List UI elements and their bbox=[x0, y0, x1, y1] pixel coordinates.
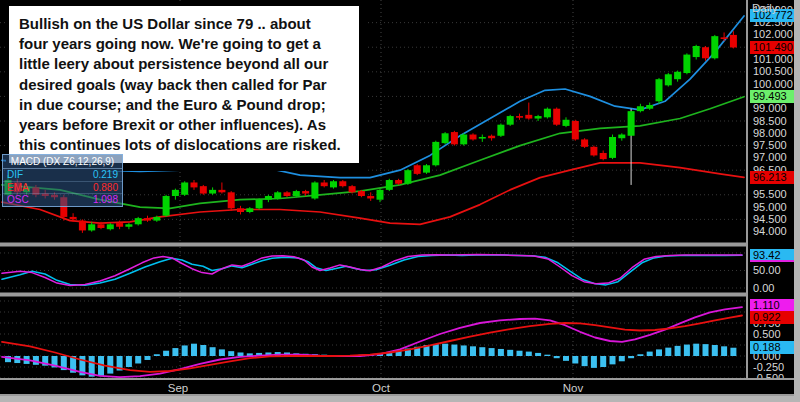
candle bbox=[228, 192, 235, 208]
axis-tick-label: 100.000 bbox=[753, 78, 793, 91]
candle bbox=[488, 136, 495, 138]
axis-tick-label: 97.000 bbox=[753, 151, 787, 164]
macd-histogram-bar bbox=[591, 356, 597, 368]
axis-tick-label: 94.500 bbox=[753, 213, 787, 226]
candle bbox=[172, 190, 179, 196]
axis-tick-label: 94.000 bbox=[753, 225, 787, 238]
candle bbox=[628, 111, 635, 136]
candle bbox=[256, 200, 263, 209]
macd-histogram-bar bbox=[107, 356, 113, 374]
macd-histogram-bar bbox=[572, 356, 578, 363]
candle bbox=[563, 120, 570, 126]
candle bbox=[711, 36, 718, 58]
candle bbox=[79, 221, 86, 231]
candle bbox=[609, 137, 616, 158]
axis-tick-label: 98.500 bbox=[753, 115, 787, 128]
macd-legend[interactable]: MACD (DX Z6,12,26,9) DIF 0.219 EMA 0.880… bbox=[2, 154, 123, 207]
candle bbox=[377, 190, 384, 200]
candle bbox=[470, 135, 477, 140]
macd-histogram-bar bbox=[126, 356, 132, 367]
axis-tick-label: 102.000 bbox=[753, 28, 793, 41]
macd-histogram-bar bbox=[582, 356, 588, 366]
macd-panel[interactable] bbox=[0, 297, 746, 378]
candle bbox=[358, 191, 365, 196]
axis-tick-label: 97.500 bbox=[753, 139, 787, 152]
macd-histogram-bar bbox=[163, 351, 169, 356]
axis-tick-label: 95.000 bbox=[753, 201, 787, 214]
macd-histogram-bar bbox=[535, 353, 541, 356]
candle bbox=[125, 224, 132, 226]
macd-histogram-bar bbox=[628, 356, 634, 358]
candle bbox=[339, 181, 346, 186]
candle bbox=[246, 208, 253, 212]
macd-histogram-bar bbox=[730, 348, 736, 356]
macd-histogram-bar bbox=[228, 351, 234, 356]
month-label: Oct bbox=[372, 382, 390, 394]
axis-tick-label: 101.000 bbox=[753, 53, 793, 66]
macd-histogram-bar bbox=[489, 348, 495, 356]
candle bbox=[702, 47, 709, 58]
month-label: Nov bbox=[563, 382, 583, 394]
window-edge-bottom bbox=[0, 396, 800, 402]
candle bbox=[237, 208, 244, 212]
candle bbox=[581, 139, 588, 146]
macd-histogram-bar bbox=[145, 356, 151, 360]
candle bbox=[683, 55, 690, 73]
candle bbox=[321, 182, 328, 186]
candle bbox=[507, 116, 514, 125]
candle bbox=[535, 116, 542, 118]
candle bbox=[311, 182, 318, 198]
candle bbox=[135, 218, 142, 224]
candle bbox=[665, 74, 672, 85]
candle bbox=[153, 217, 160, 221]
axis-tick-label: 95.500 bbox=[753, 188, 787, 201]
candle bbox=[144, 218, 151, 220]
macd-histogram-bar bbox=[154, 354, 160, 356]
annotation-note[interactable]: Bullish on the US Dollar since 79 .. abo… bbox=[6, 3, 362, 166]
axis-value-badge: 96.213 bbox=[750, 171, 794, 184]
macd-histogram-bar bbox=[526, 352, 532, 356]
candle bbox=[181, 182, 188, 194]
trading-chart-window: 103.000102.500102.000101.000100.500100.0… bbox=[0, 0, 800, 402]
period-label: Daily bbox=[752, 2, 778, 14]
macd-histogram-bar bbox=[721, 346, 727, 356]
candle bbox=[330, 181, 337, 187]
annotation-line: little leery about persistence beyond al… bbox=[19, 54, 349, 74]
macd-histogram-bar bbox=[619, 356, 625, 361]
window-scrollbar-right[interactable] bbox=[794, 0, 800, 402]
candle bbox=[637, 106, 644, 111]
candle bbox=[553, 109, 560, 125]
candle bbox=[646, 105, 653, 109]
candle bbox=[386, 180, 393, 190]
candle bbox=[107, 224, 114, 229]
annotation-line: four years going now. We're going to get… bbox=[19, 34, 349, 54]
candle bbox=[516, 116, 523, 118]
candle bbox=[395, 180, 402, 184]
axis-tick-label: 0.00 bbox=[753, 282, 774, 295]
time-axis[interactable]: SepOctNov bbox=[0, 378, 794, 396]
macd-histogram-bar bbox=[135, 356, 141, 363]
annotation-line: in due course; and the Euro & Pound drop… bbox=[19, 95, 349, 115]
macd-histogram-bar bbox=[656, 349, 662, 356]
macd-histogram-bar bbox=[563, 356, 569, 361]
macd-histogram-bar bbox=[182, 345, 188, 356]
candle bbox=[265, 196, 272, 200]
candle bbox=[572, 121, 579, 139]
axis-tick-label: 100.500 bbox=[753, 65, 793, 78]
candle bbox=[98, 224, 105, 228]
price-axis[interactable]: 103.000102.500102.000101.000100.500100.0… bbox=[746, 0, 794, 378]
candle bbox=[674, 72, 681, 79]
candle bbox=[70, 217, 77, 219]
legend-label: OSC bbox=[7, 194, 29, 206]
axis-value-badge: 0.188 bbox=[750, 341, 794, 354]
stochastic-panel[interactable] bbox=[0, 247, 746, 292]
macd-histogram-bar bbox=[693, 344, 699, 356]
candle bbox=[200, 186, 207, 193]
legend-label: EMA bbox=[7, 182, 29, 194]
axis-value-badge: 1.110 bbox=[750, 299, 794, 312]
annotation-line: desired goals (way back then called for … bbox=[19, 75, 349, 95]
axis-value-badge: 99.493 bbox=[750, 90, 794, 103]
candle bbox=[209, 190, 216, 194]
candle bbox=[302, 191, 309, 193]
candle bbox=[88, 224, 95, 230]
